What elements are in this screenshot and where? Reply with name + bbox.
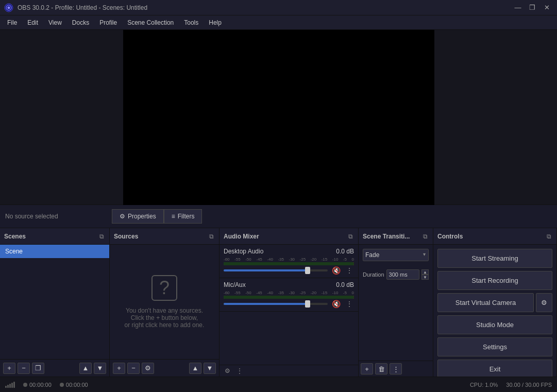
source-bar-buttons: ⚙ Properties ≡ Filters [112,209,202,224]
streaming-time: 00:00:00 [29,382,52,388]
mic-aux-mute-button[interactable]: 🔇 [331,300,342,308]
controls-title: Controls [437,233,463,240]
add-scene-button[interactable]: + [3,363,15,374]
desktop-audio-db: 0.0 dB [336,248,354,255]
remove-source-button[interactable]: − [127,363,140,374]
duration-row: Duration ▲ ▼ [363,269,429,280]
transitions-panel: Scene Transiti... ⧉ Fade Duration ▲ ▼ + … [359,228,433,377]
start-streaming-button[interactable]: Start Streaming [437,249,552,268]
mic-aux-menu-button[interactable]: ⋮ [345,300,354,308]
source-down-button[interactable]: ▼ [204,363,216,374]
transitions-menu-button[interactable]: ⋮ [390,363,402,374]
scenes-popout-button[interactable]: ⧉ [98,233,105,240]
remove-scene-button[interactable]: − [18,363,30,374]
transition-type-select[interactable]: Fade [363,249,429,261]
mic-aux-fader[interactable] [224,303,328,305]
signal-bar-4 [11,383,13,388]
recording-status: 00:00:00 [60,382,88,388]
menu-view[interactable]: View [43,17,67,28]
transitions-panel-header: Scene Transiti... ⧉ [359,228,433,245]
menubar: File Edit View Docks Profile Scene Colle… [0,15,557,30]
recording-time: 00:00:00 [66,382,88,388]
close-button[interactable]: ✕ [541,3,553,13]
add-transition-button[interactable]: + [361,363,373,374]
window-title: OBS 30.0.2 - Profile: Untitled - Scenes:… [18,4,512,11]
window-controls: — ❐ ✕ [512,3,553,13]
properties-button[interactable]: ⚙ Properties [112,209,164,224]
preview-canvas [123,30,434,205]
svg-point-2 [8,6,10,9]
remove-transition-button[interactable]: 🗑 [375,363,387,374]
mic-aux-channel: Mic/Aux 0.0 dB -60 -55 -50 -45 -40 -35 -… [220,278,358,312]
filter-icon: ≡ [172,213,175,220]
mic-aux-db: 0.0 dB [336,281,354,288]
transitions-title: Scene Transiti... [363,233,410,240]
controls-panel: Controls ⧉ Start Streaming Start Recordi… [433,228,557,377]
add-source-button[interactable]: + [113,363,125,374]
desktop-audio-channel: Desktop Audio 0.0 dB -60 -55 -50 -45 -40… [220,245,358,278]
source-bar: No source selected ⚙ Properties ≡ Filter… [0,205,557,228]
properties-label: Properties [128,213,156,220]
streaming-status: 00:00:00 [23,382,52,388]
menu-docks[interactable]: Docks [67,17,94,28]
exit-button[interactable]: Exit [437,360,552,377]
scenes-panel-header: Scenes ⧉ [0,228,109,245]
audio-popout-button[interactable]: ⧉ [347,233,354,240]
scene-item[interactable]: Scene [0,245,109,258]
controls-content: Start Streaming Start Recording Start Vi… [433,245,556,377]
duration-down-button[interactable]: ▼ [421,275,429,280]
signal-bar-2 [7,385,9,388]
signal-strength [5,382,15,388]
start-recording-button[interactable]: Start Recording [437,271,552,290]
menu-edit[interactable]: Edit [22,17,43,28]
sources-empty[interactable]: ? You don't have any sources. Click the … [110,245,219,359]
copy-scene-button[interactable]: ❐ [32,363,44,374]
settings-button[interactable]: Settings [437,337,552,356]
audio-extra-menu-button[interactable]: ⋮ [235,367,244,374]
minimize-button[interactable]: — [512,3,524,13]
desktop-audio-mute-button[interactable]: 🔇 [331,266,342,275]
scene-up-button[interactable]: ▲ [79,363,92,374]
obs-logo [4,3,13,12]
source-props-button[interactable]: ⚙ [142,363,154,374]
duration-spinners: ▲ ▼ [421,269,429,280]
titlebar: OBS 30.0.2 - Profile: Untitled - Scenes:… [0,0,557,15]
sources-popout-button[interactable]: ⧉ [208,233,215,240]
desktop-audio-fader[interactable] [224,269,328,271]
desktop-audio-meter: -60 -55 -50 -45 -40 -35 -30 -25 -20 -15 … [224,257,354,264]
question-icon: ? [151,275,177,301]
transitions-content: Fade Duration ▲ ▼ [359,245,433,307]
maximize-button[interactable]: ❐ [526,3,538,13]
transitions-popout-button[interactable]: ⧉ [422,233,429,240]
controls-panel-header: Controls ⧉ [433,228,556,245]
cpu-usage: CPU: 1.0% [470,382,498,388]
main-row: Scenes ⧉ Scene + − ❐ ▲ ▼ Sources ⧉ ? You… [0,228,557,377]
audio-title: Audio Mixer [224,233,259,240]
scene-down-button[interactable]: ▼ [94,363,106,374]
menu-profile[interactable]: Profile [94,17,122,28]
gear-icon: ⚙ [120,213,125,220]
duration-input[interactable] [386,269,419,280]
menu-help[interactable]: Help [204,17,227,28]
start-virtual-camera-button[interactable]: Start Virtual Camera [437,293,534,312]
audio-settings-button[interactable]: ⚙ [224,367,231,374]
studio-mode-button[interactable]: Studio Mode [437,315,552,334]
signal-bar-1 [5,386,7,388]
sources-panel-header: Sources ⧉ [110,228,219,245]
virtual-camera-settings-button[interactable]: ⚙ [536,293,552,312]
recording-dot [60,383,64,387]
signal-bar-5 [13,382,15,388]
filters-button[interactable]: ≡ Filters [164,209,202,224]
menu-file[interactable]: File [2,17,22,28]
source-up-button[interactable]: ▲ [189,363,201,374]
no-source-label: No source selected [0,213,112,220]
desktop-audio-menu-button[interactable]: ⋮ [345,266,354,275]
menu-tools[interactable]: Tools [179,17,204,28]
controls-popout-button[interactable]: ⧉ [546,233,552,240]
transitions-toolbar: + 🗑 ⋮ [359,361,433,377]
menu-scene-collection[interactable]: Scene Collection [122,17,179,28]
statusbar: 00:00:00 00:00:00 CPU: 1.0% 30.00 / 30.0… [0,377,557,392]
scenes-list: Scene [0,245,109,359]
duration-up-button[interactable]: ▲ [421,269,429,275]
scenes-toolbar: + − ❐ ▲ ▼ [0,359,109,377]
